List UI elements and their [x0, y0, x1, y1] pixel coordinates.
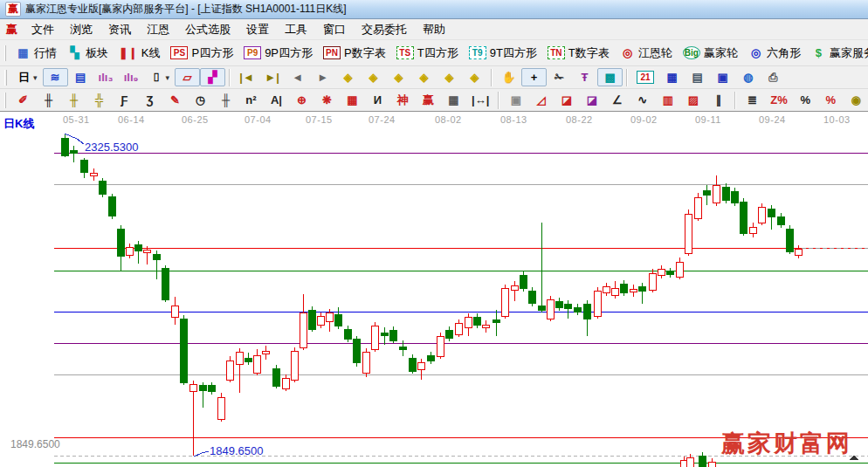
draw-knife-button[interactable]: ✐: [10, 91, 36, 109]
diamond-right-button[interactable]: ◈: [361, 68, 386, 86]
diamond-compress-button[interactable]: ◈: [411, 68, 437, 86]
gold-fence2-button[interactable]: ╬: [86, 91, 112, 109]
info-document-button[interactable]: ▤: [68, 68, 93, 86]
calculator-button[interactable]: ▦: [659, 68, 685, 86]
fan-box-red-button[interactable]: ◪: [554, 91, 579, 109]
p-square-button[interactable]: PSP四方形: [165, 44, 238, 63]
save-button[interactable]: ▣: [710, 68, 735, 86]
n-squared-icon: n²: [244, 93, 258, 107]
watermark: 赢家财富网: [721, 428, 852, 459]
gann-fan-button[interactable]: ◿: [528, 91, 554, 109]
gann-emblem-button[interactable]: Ŧ: [572, 68, 597, 86]
kline-plot[interactable]: [0, 112, 868, 467]
notebook-button[interactable]: ▤: [685, 68, 710, 86]
levels-button[interactable]: ≣: [740, 91, 765, 109]
zigzag-button[interactable]: ∿: [630, 91, 655, 109]
clock-cycle-button[interactable]: ◷: [188, 91, 213, 109]
9p-square-button[interactable]: P99P四方形: [238, 44, 318, 63]
9t-square-button[interactable]: T99T四方形: [464, 44, 542, 63]
t-square-button[interactable]: TST四方形: [391, 44, 464, 63]
region-map-button[interactable]: ▱: [175, 68, 200, 86]
p-number-table-button[interactable]: PNP数字表: [318, 44, 391, 63]
tick-ruler-button[interactable]: ╫: [213, 91, 238, 109]
grid-ticks-button[interactable]: ╫: [36, 91, 61, 109]
parallel-lines-button[interactable]: ∥: [706, 91, 731, 109]
bars-3-button[interactable]: ılı₃: [93, 68, 119, 86]
red-brush-button[interactable]: ✎: [162, 91, 188, 109]
toolbar-separator: [498, 92, 499, 109]
crosshair-button[interactable]: +: [521, 68, 547, 86]
snowflake-button[interactable]: ❋: [314, 91, 340, 109]
menu-item-4[interactable]: 江恩: [139, 20, 177, 39]
histogram-button[interactable]: ▞: [200, 68, 225, 86]
menu-item-3[interactable]: 资讯: [100, 20, 139, 39]
maze-button[interactable]: ▩: [597, 68, 623, 86]
gold-circle-button[interactable]: ◉: [844, 91, 868, 109]
shen-button[interactable]: 神: [390, 91, 416, 109]
gold-fence-button[interactable]: ╫: [61, 91, 86, 109]
angle-a-button[interactable]: A|: [264, 91, 289, 109]
menu-item-1[interactable]: 文件: [24, 20, 62, 39]
menu-item-2[interactable]: 浏览: [62, 20, 100, 39]
gann-wheel-button[interactable]: ◎江恩轮: [615, 44, 678, 63]
last-page-button[interactable]: ►|: [259, 68, 285, 86]
sectors-button[interactable]: ▚板块: [62, 44, 114, 63]
winner-service-label: 赢家服务: [830, 45, 868, 61]
angle-lines-button[interactable]: ∠: [604, 91, 630, 109]
web-save-button[interactable]: ◍: [735, 68, 761, 86]
menu-item-7[interactable]: 工具: [277, 20, 315, 39]
ruler-123-button[interactable]: ▦: [441, 91, 466, 109]
menu-item-9[interactable]: 交易委托: [354, 20, 415, 39]
t-number-table-button[interactable]: TNT数字表: [542, 44, 615, 63]
ying-button[interactable]: 赢: [416, 91, 441, 109]
hand-pan-button[interactable]: ✋: [496, 68, 521, 86]
percent-button[interactable]: %: [793, 91, 818, 109]
zoom-wave-button[interactable]: ≋: [43, 68, 68, 86]
zoom-wave-icon: ≋: [48, 70, 63, 85]
percent-line-icon: %: [823, 93, 838, 107]
width-measure-button[interactable]: |↔|: [466, 91, 494, 109]
next-page-button[interactable]: ►: [310, 68, 335, 86]
window-title: 赢家江恩专业版[赢家内部服务平台] - [上证指数 SH1A0001-111日K…: [25, 2, 347, 17]
menu-item-6[interactable]: 设置: [238, 20, 277, 39]
menu-item-10[interactable]: 帮助: [415, 20, 453, 39]
print-button[interactable]: ⎙: [761, 68, 786, 86]
fan-box-purple-button[interactable]: ◪: [579, 91, 604, 109]
kline-icon: ❚❙: [119, 45, 138, 60]
calendar-button[interactable]: 21: [631, 69, 659, 86]
fractal-n-button[interactable]: И: [365, 91, 390, 109]
candle-style-dropdown[interactable]: ⌷▾: [144, 68, 176, 86]
percent-cut-button[interactable]: ✁: [547, 68, 572, 86]
winner-wheel-button[interactable]: Big赢家轮: [678, 44, 743, 63]
menu-items: 文件浏览资讯江恩公式选股设置工具窗口交易委托帮助: [24, 20, 453, 39]
frame-box-button[interactable]: ▣: [503, 91, 528, 109]
bars-9-button[interactable]: ılı₉: [119, 68, 144, 86]
chart-area[interactable]: 日K线 05-3106-1406-2507-0407-1507-2408-020…: [0, 112, 868, 467]
hexagon-button[interactable]: ◎六角形: [743, 44, 806, 63]
menu-item-8[interactable]: 窗口: [315, 20, 354, 39]
snowflake-icon: ❋: [320, 93, 334, 107]
prev-page-button[interactable]: ◄: [285, 68, 310, 86]
grid-red2-button[interactable]: ▨: [680, 91, 706, 109]
diamond-expand-button[interactable]: ◈: [437, 68, 462, 86]
grid-box-button[interactable]: ▦: [340, 91, 365, 109]
first-page-button[interactable]: |◄: [234, 68, 259, 86]
percent-z-button[interactable]: Z%: [765, 91, 793, 109]
three-fence-button[interactable]: Ʒ: [137, 91, 162, 109]
diamond-fullview-button[interactable]: ◈: [462, 68, 487, 86]
kline-button[interactable]: ❚❙K线: [114, 44, 165, 63]
grid-red-button[interactable]: ▥: [655, 91, 680, 109]
f-fence-button[interactable]: Ƒ: [112, 91, 137, 109]
diamond-hexpand-button[interactable]: ◈: [386, 68, 411, 86]
next-page-icon: ►: [315, 70, 330, 85]
diamond-left-button[interactable]: ◈: [335, 68, 361, 86]
n-squared-button[interactable]: n²: [238, 91, 264, 109]
menu-item-5[interactable]: 公式选股: [177, 20, 238, 39]
percent-line-button[interactable]: %: [818, 91, 844, 109]
compass-button[interactable]: ⊕: [289, 91, 314, 109]
period-day-dropdown[interactable]: 日▾: [11, 68, 43, 86]
winner-service-button[interactable]: $赢家服务: [806, 44, 868, 63]
market-quotes-button[interactable]: ▦行情: [10, 44, 62, 63]
angle-a-icon: A|: [269, 93, 284, 107]
market-quotes-icon: ▦: [16, 45, 31, 60]
